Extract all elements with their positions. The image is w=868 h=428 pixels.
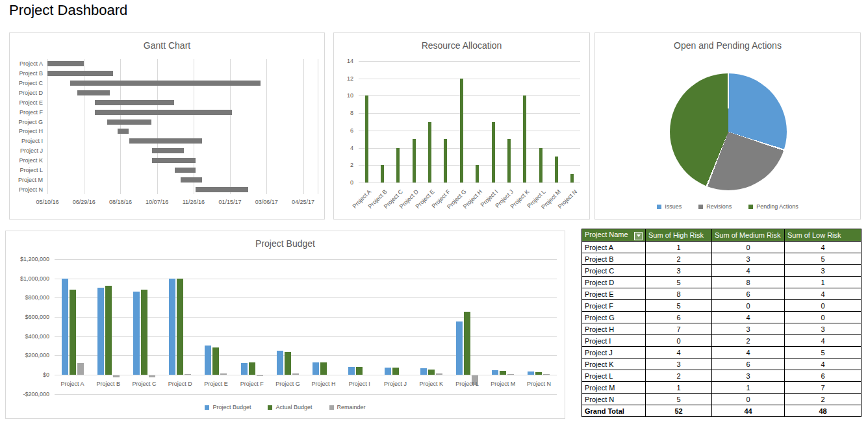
risk-table-value-cell[interactable]: 4 bbox=[646, 347, 712, 359]
budget-category-label: Project K bbox=[413, 381, 449, 387]
risk-table-value-cell[interactable]: 7 bbox=[646, 323, 712, 335]
budget-legend-item: Project Budget bbox=[205, 404, 251, 410]
budget-bar-actual-budget bbox=[535, 372, 542, 375]
risk-table-value-cell[interactable]: 48 bbox=[785, 405, 862, 417]
risk-table-project-cell[interactable]: Project D bbox=[582, 277, 646, 288]
risk-table-header-0: Project Name bbox=[582, 229, 646, 242]
gantt-gridline bbox=[318, 59, 318, 194]
risk-table-project-cell[interactable]: Project G bbox=[582, 312, 646, 323]
risk-table-value-cell[interactable]: 1 bbox=[646, 382, 712, 394]
risk-table-value-cell[interactable]: 4 bbox=[785, 359, 862, 370]
risk-table-value-cell[interactable]: 3 bbox=[712, 323, 785, 335]
resource-bar bbox=[381, 165, 384, 183]
pie-legend-label: Pending Actions bbox=[756, 203, 798, 210]
budget-bar-project-budget bbox=[385, 368, 391, 375]
risk-table-value-cell[interactable]: 5 bbox=[785, 347, 862, 359]
risk-table-row: Project C343 bbox=[582, 265, 862, 277]
risk-table-value-cell[interactable]: 5 bbox=[646, 394, 712, 405]
risk-table-value-cell[interactable]: 6 bbox=[712, 359, 785, 370]
budget-gridline bbox=[55, 317, 557, 318]
risk-table-value-cell[interactable]: 4 bbox=[712, 312, 785, 323]
risk-table-value-cell[interactable]: 1 bbox=[785, 277, 862, 288]
risk-table-value-cell[interactable]: 2 bbox=[646, 370, 712, 382]
risk-table-project-cell[interactable]: Project I bbox=[582, 335, 646, 347]
risk-table-value-cell[interactable]: 7 bbox=[785, 382, 862, 394]
risk-table-project-cell[interactable]: Project L bbox=[582, 370, 646, 382]
risk-table-value-cell[interactable]: 0 bbox=[712, 394, 785, 405]
risk-table-project-cell[interactable]: Project A bbox=[582, 242, 646, 253]
budget-y-tick-label: $0 bbox=[6, 371, 49, 378]
legend-swatch-remainder bbox=[329, 405, 334, 410]
risk-table-value-cell[interactable]: 2 bbox=[646, 253, 712, 265]
resource-bar bbox=[555, 157, 558, 183]
risk-table-value-cell[interactable]: 0 bbox=[785, 312, 862, 323]
budget-category-label: Project I bbox=[342, 381, 377, 387]
risk-table-value-cell[interactable]: 6 bbox=[712, 288, 785, 300]
risk-table-value-cell[interactable]: 1 bbox=[646, 242, 712, 253]
risk-table-project-cell[interactable]: Project N bbox=[582, 394, 646, 405]
risk-table-value-cell[interactable]: 5 bbox=[646, 277, 712, 288]
gantt-row-label: Project C bbox=[10, 80, 43, 86]
budget-y-tick-label: $400,000 bbox=[6, 333, 49, 340]
gantt-axis-tick-label: 10/07/16 bbox=[139, 199, 175, 205]
risk-table-project-cell[interactable]: Project J bbox=[582, 347, 646, 359]
risk-table-value-cell[interactable]: 2 bbox=[785, 394, 862, 405]
risk-table-value-cell[interactable]: 0 bbox=[712, 242, 785, 253]
risk-table-value-cell[interactable]: 4 bbox=[712, 347, 785, 359]
project-name-filter-button[interactable] bbox=[634, 232, 643, 240]
risk-table-value-cell[interactable]: 6 bbox=[646, 312, 712, 323]
gantt-bar bbox=[175, 168, 196, 173]
budget-bar-actual-budget bbox=[70, 290, 76, 375]
risk-table-value-cell[interactable]: 3 bbox=[712, 253, 785, 265]
risk-table-value-cell[interactable]: 5 bbox=[646, 300, 712, 312]
risk-table-value-cell[interactable]: 4 bbox=[785, 335, 862, 347]
resource-y-tick-label: 12 bbox=[334, 75, 353, 82]
risk-table-value-cell[interactable]: 2 bbox=[712, 335, 785, 347]
risk-table-value-cell[interactable]: 3 bbox=[712, 370, 785, 382]
budget-y-tick-label: $600,000 bbox=[6, 314, 49, 320]
risk-table-value-cell[interactable]: 4 bbox=[785, 242, 862, 253]
risk-table-value-cell[interactable]: 8 bbox=[712, 277, 785, 288]
budget-bar-actual-budget bbox=[500, 371, 506, 375]
budget-y-tick-label: $800,000 bbox=[6, 294, 49, 301]
risk-table-value-cell[interactable]: 3 bbox=[646, 359, 712, 370]
gantt-axis-tick-label: 11/26/16 bbox=[175, 199, 212, 205]
risk-table-value-cell[interactable]: 44 bbox=[712, 405, 785, 417]
risk-table-value-cell[interactable]: 8 bbox=[646, 288, 712, 300]
risk-table-value-cell[interactable]: 0 bbox=[785, 300, 862, 312]
risk-table-value-cell[interactable]: 3 bbox=[785, 323, 862, 335]
risk-table-value-cell[interactable]: 1 bbox=[712, 382, 785, 394]
budget-bar-actual-budget bbox=[177, 279, 183, 375]
risk-table-project-cell[interactable]: Project B bbox=[582, 253, 646, 265]
risk-table-header-label: Sum of Low Risk bbox=[787, 231, 841, 239]
resource-y-tick-label: 6 bbox=[334, 127, 353, 134]
budget-bar-actual-budget bbox=[320, 362, 327, 375]
risk-table-value-cell[interactable]: 4 bbox=[785, 288, 862, 300]
risk-table-value-cell[interactable]: 52 bbox=[646, 405, 712, 417]
budget-gridline bbox=[55, 297, 557, 298]
risk-table-value-cell[interactable]: 0 bbox=[646, 335, 712, 347]
risk-table-value-cell[interactable]: 6 bbox=[785, 370, 862, 382]
risk-table-project-cell[interactable]: Project F bbox=[582, 300, 646, 312]
risk-table-project-cell[interactable]: Project M bbox=[582, 382, 646, 394]
budget-bar-remainder bbox=[507, 374, 514, 375]
budget-category-label: Project J bbox=[377, 381, 413, 387]
budget-bar-project-budget bbox=[456, 321, 463, 375]
risk-table-project-cell[interactable]: Project H bbox=[582, 323, 646, 335]
risk-table-value-cell[interactable]: 3 bbox=[785, 265, 862, 277]
gantt-gridline bbox=[230, 59, 231, 194]
risk-table-project-cell[interactable]: Project K bbox=[582, 359, 646, 370]
risk-table-project-cell[interactable]: Grand Total bbox=[582, 405, 646, 417]
risk-table-value-cell[interactable]: 5 bbox=[785, 253, 862, 265]
budget-legend-label: Actual Budget bbox=[275, 404, 312, 410]
pie-chart-title: Open and Pending Actions bbox=[595, 40, 860, 51]
budget-legend-label: Remainder bbox=[337, 404, 366, 410]
budget-bar-actual-budget bbox=[392, 368, 399, 375]
risk-table-project-cell[interactable]: Project E bbox=[582, 288, 646, 300]
risk-table-value-cell[interactable]: 4 bbox=[712, 265, 785, 277]
risk-table-value-cell[interactable]: 0 bbox=[712, 300, 785, 312]
risk-table-value-cell[interactable]: 3 bbox=[646, 265, 712, 277]
budget-bar-actual-budget bbox=[356, 367, 363, 375]
risk-table-project-cell[interactable]: Project C bbox=[582, 265, 646, 277]
gantt-gridline bbox=[47, 59, 48, 194]
